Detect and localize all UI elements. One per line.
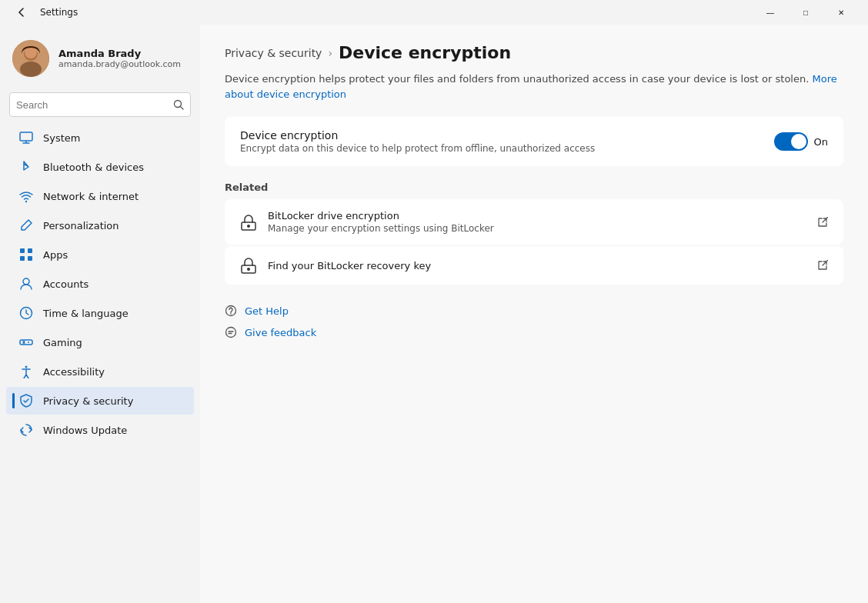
- pen-icon: [18, 218, 34, 233]
- minimize-button[interactable]: —: [753, 0, 788, 25]
- toggle-wrap: On: [774, 132, 828, 151]
- bitlocker-desc: Manage your encryption settings using Bi…: [268, 223, 494, 234]
- sidebar-item-gaming[interactable]: Gaming: [6, 328, 194, 356]
- recovery-key-title: Find your BitLocker recovery key: [268, 260, 431, 272]
- external-link-icon-2: [817, 260, 828, 271]
- update-icon: [18, 422, 34, 438]
- back-button[interactable]: [9, 0, 34, 25]
- get-help-icon: [225, 305, 237, 317]
- sidebar-item-apps[interactable]: Apps: [6, 241, 194, 268]
- svg-line-5: [181, 107, 184, 110]
- svg-point-22: [247, 225, 250, 228]
- user-info: Amanda Brady amanda.brady@outlook.com: [58, 48, 181, 69]
- network-icon: [18, 188, 34, 204]
- svg-rect-10: [20, 248, 25, 253]
- search-input[interactable]: [16, 99, 173, 111]
- maximize-button[interactable]: □: [788, 0, 823, 25]
- user-email: amanda.brady@outlook.com: [58, 59, 181, 69]
- svg-point-19: [28, 341, 29, 343]
- recovery-key-card[interactable]: Find your BitLocker recovery key: [225, 246, 843, 285]
- svg-rect-6: [20, 132, 32, 141]
- feedback-icon: [225, 326, 237, 338]
- svg-point-14: [23, 278, 29, 285]
- shield-icon: [18, 393, 34, 408]
- svg-rect-12: [20, 256, 25, 261]
- related-section-label: Related: [225, 182, 843, 193]
- title-bar: Settings — □ ✕: [0, 0, 868, 25]
- device-encryption-desc: Encrypt data on this device to help prot…: [240, 143, 595, 154]
- sidebar-item-accounts[interactable]: Accounts: [6, 270, 194, 298]
- sidebar-item-time[interactable]: Time & language: [6, 299, 194, 327]
- sidebar-label-system: System: [43, 132, 80, 144]
- get-help-label: Get Help: [245, 305, 289, 317]
- bitlocker-title: BitLocker drive encryption: [268, 210, 494, 222]
- bitlocker-card[interactable]: BitLocker drive encryption Manage your e…: [225, 199, 843, 245]
- svg-point-27: [230, 313, 232, 315]
- svg-rect-13: [28, 256, 32, 261]
- bluetooth-icon: [18, 159, 34, 175]
- sidebar-label-network: Network & internet: [43, 191, 139, 202]
- svg-point-20: [25, 366, 28, 368]
- breadcrumb: Privacy & security › Device encryption: [225, 43, 843, 62]
- sidebar-item-update[interactable]: Windows Update: [6, 416, 194, 444]
- external-link-icon: [817, 217, 828, 228]
- svg-point-24: [247, 268, 250, 271]
- window-controls: — □ ✕: [753, 0, 859, 25]
- give-feedback-label: Give feedback: [245, 327, 316, 338]
- apps-icon: [18, 247, 34, 262]
- sidebar-item-privacy[interactable]: Privacy & security: [6, 387, 194, 415]
- sidebar-label-apps: Apps: [43, 249, 68, 261]
- window-title: Settings: [40, 7, 78, 18]
- sidebar-item-personalization[interactable]: Personalization: [6, 212, 194, 239]
- sidebar-item-system[interactable]: System: [6, 124, 194, 152]
- user-name: Amanda Brady: [58, 48, 181, 59]
- avatar: [12, 40, 49, 77]
- system-icon: [18, 130, 34, 145]
- svg-point-2: [20, 62, 42, 77]
- main-content: Privacy & security › Device encryption D…: [200, 25, 868, 603]
- sidebar-label-personalization: Personalization: [43, 220, 119, 232]
- sidebar-label-privacy: Privacy & security: [43, 395, 133, 407]
- accessibility-icon: [18, 364, 34, 379]
- sidebar-item-accessibility[interactable]: Accessibility: [6, 358, 194, 385]
- device-encryption-toggle[interactable]: [774, 132, 808, 151]
- sidebar-label-gaming: Gaming: [43, 337, 82, 348]
- search-box[interactable]: [9, 92, 191, 117]
- svg-rect-11: [28, 248, 32, 253]
- sidebar: Amanda Brady amanda.brady@outlook.com: [0, 25, 200, 603]
- svg-point-28: [226, 328, 236, 338]
- page-description: Device encryption helps protect your fil…: [225, 72, 843, 102]
- sidebar-item-bluetooth[interactable]: Bluetooth & devices: [6, 153, 194, 181]
- recovery-icon: [240, 257, 257, 274]
- device-encryption-info: Device encryption Encrypt data on this d…: [240, 129, 595, 154]
- bitlocker-icon: [240, 214, 257, 231]
- device-encryption-card: Device encryption Encrypt data on this d…: [225, 117, 843, 166]
- sidebar-item-network[interactable]: Network & internet: [6, 182, 194, 210]
- sidebar-label-time: Time & language: [43, 308, 129, 319]
- get-help-link[interactable]: Get Help: [225, 300, 843, 321]
- sidebar-label-accounts: Accounts: [43, 278, 88, 290]
- svg-point-9: [25, 201, 27, 202]
- sidebar-label-accessibility: Accessibility: [43, 366, 105, 378]
- breadcrumb-parent: Privacy & security: [225, 47, 322, 59]
- search-icon: [173, 99, 184, 110]
- sidebar-label-update: Windows Update: [43, 425, 127, 436]
- accounts-icon: [18, 276, 34, 292]
- device-encryption-title: Device encryption: [240, 129, 595, 142]
- give-feedback-link[interactable]: Give feedback: [225, 321, 843, 343]
- gaming-icon: [18, 335, 34, 350]
- close-button[interactable]: ✕: [823, 0, 859, 25]
- sidebar-label-bluetooth: Bluetooth & devices: [43, 162, 144, 173]
- breadcrumb-separator: ›: [328, 47, 332, 59]
- toggle-label: On: [814, 136, 828, 148]
- breadcrumb-current: Device encryption: [339, 43, 511, 62]
- user-section: Amanda Brady amanda.brady@outlook.com: [0, 31, 200, 92]
- time-icon: [18, 305, 34, 321]
- help-section: Get Help Give feedback: [225, 300, 843, 343]
